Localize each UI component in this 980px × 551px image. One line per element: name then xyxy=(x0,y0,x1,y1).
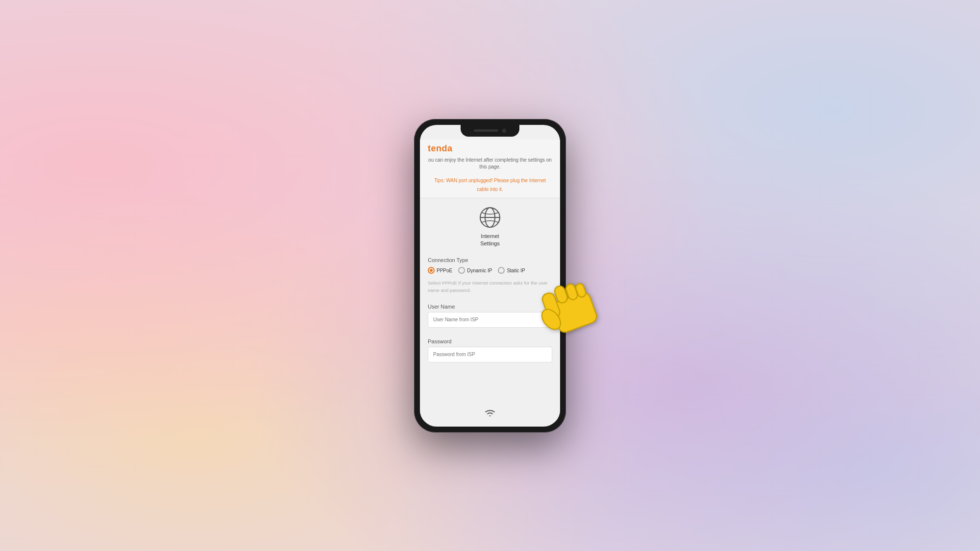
notch-speaker xyxy=(474,129,498,132)
radio-label-pppoe: PPPoE xyxy=(437,268,452,273)
warning-text: Tips: WAN port unplugged! Please plug th… xyxy=(434,178,546,192)
internet-settings-section: InternetSettings xyxy=(420,198,560,253)
radio-dot-pppoe xyxy=(430,269,433,272)
radio-circle-dynamic-ip[interactable] xyxy=(458,267,465,274)
wifi-icon xyxy=(483,408,497,418)
radio-label-dynamic-ip: Dynamic IP xyxy=(467,268,492,273)
phone-notch xyxy=(461,125,519,137)
radio-item-static-ip[interactable]: Static IP xyxy=(498,267,525,274)
connection-type-title: Connection Type xyxy=(428,257,552,263)
password-section: Password xyxy=(420,335,560,370)
brand-logo: tenda xyxy=(428,144,453,154)
phone-outer: tenda ou can enjoy the Internet after co… xyxy=(414,119,566,432)
notch-camera xyxy=(502,129,506,133)
radio-item-dynamic-ip[interactable]: Dynamic IP xyxy=(458,267,492,274)
radio-circle-pppoe[interactable] xyxy=(428,267,435,274)
hand-pointer-svg xyxy=(537,266,605,340)
header-bar: tenda xyxy=(420,140,560,157)
password-input[interactable] xyxy=(428,347,552,362)
password-label: Password xyxy=(428,338,552,344)
radio-label-static-ip: Static IP xyxy=(507,268,525,273)
user-name-label: User Name xyxy=(428,304,552,310)
bottom-nav xyxy=(420,405,560,421)
globe-icon xyxy=(478,205,502,230)
intro-text: ou can enjoy the Internet after completi… xyxy=(420,157,560,173)
phone-wrapper: tenda ou can enjoy the Internet after co… xyxy=(414,119,566,432)
connection-description: Select PPPoE if your Internet connection… xyxy=(428,278,552,298)
radio-circle-static-ip[interactable] xyxy=(498,267,505,274)
internet-settings-label: InternetSettings xyxy=(480,233,500,248)
cursor-hand xyxy=(537,266,605,335)
warning-tip: Tips: WAN port unplugged! Please plug th… xyxy=(420,173,560,198)
intro-text-content: ou can enjoy the Internet after completi… xyxy=(428,157,552,169)
radio-item-pppoe[interactable]: PPPoE xyxy=(428,267,452,274)
radio-group: PPPoE Dynamic IP Static IP xyxy=(428,267,552,274)
user-name-input[interactable] xyxy=(428,312,552,328)
